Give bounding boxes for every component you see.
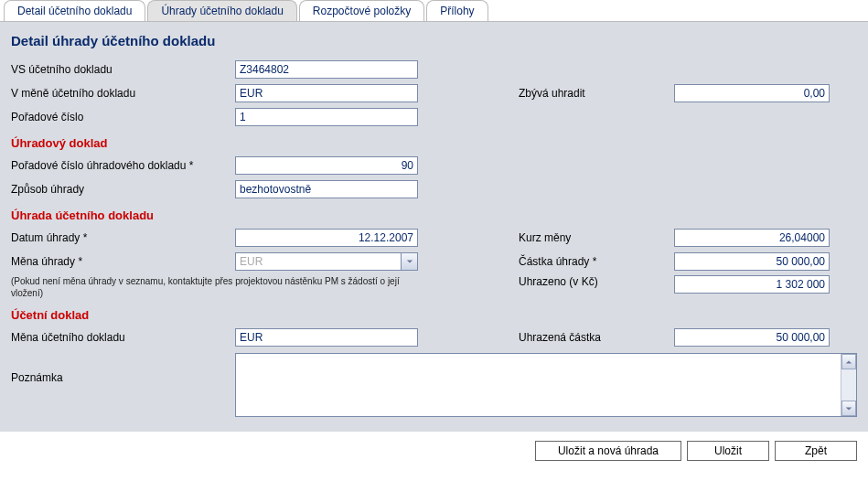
section-uhradovy: Úhradový doklad — [11, 136, 857, 150]
label-poradi: Pořadové číslo — [11, 111, 235, 123]
field-uhrazena: 50 000,00 — [674, 328, 830, 347]
chevron-down-icon[interactable] — [841, 401, 856, 416]
label-uhrazeno: Uhrazeno (v Kč) — [519, 275, 674, 288]
textarea-poznamka[interactable] — [236, 354, 840, 416]
label-poznamka: Poznámka — [11, 353, 235, 417]
field-poradi: 1 — [235, 108, 418, 126]
section-uhrada: Úhrada účetního dokladu — [11, 208, 857, 222]
scrollbar[interactable] — [841, 354, 856, 416]
select-mena-uhrady[interactable]: EUR — [235, 252, 418, 271]
label-zbyva: Zbývá uhradit — [519, 87, 674, 100]
section-ucetni: Účetní doklad — [11, 308, 857, 322]
field-mena-uc: EUR — [235, 328, 418, 347]
back-button[interactable]: Zpět — [775, 441, 857, 461]
label-mena-uc: Měna účetního dokladu — [11, 331, 235, 344]
chevron-down-icon[interactable] — [401, 253, 417, 270]
save-button[interactable]: Uložit — [687, 441, 769, 461]
select-value: EUR — [236, 255, 401, 268]
field-zpusob: bezhotovostně — [235, 180, 418, 198]
page-title: Detail úhrady účetního dokladu — [11, 33, 857, 48]
tabs: Detail účetního dokladu Úhrady účetního … — [0, 0, 868, 21]
input-poradi-uhrad[interactable] — [235, 156, 418, 175]
label-uhrazena: Uhrazená částka — [519, 331, 674, 344]
label-kurz: Kurz měny — [519, 231, 674, 244]
panel: Detail úhrady účetního dokladu VS účetní… — [0, 21, 868, 432]
label-mena-uhrady: Měna úhrady * — [11, 255, 235, 268]
tab-prilohy[interactable]: Přílohy — [426, 0, 488, 21]
chevron-up-icon[interactable] — [841, 354, 856, 369]
label-mena-dokladu: V měně účetního dokladu — [11, 87, 235, 100]
label-vs: VS účetního dokladu — [11, 63, 235, 76]
field-mena-dokladu: EUR — [235, 84, 418, 102]
input-datum[interactable] — [235, 229, 418, 247]
tab-detail[interactable]: Detail účetního dokladu — [4, 0, 145, 21]
save-new-button[interactable]: Uložit a nová úhrada — [535, 441, 681, 461]
button-bar: Uložit a nová úhrada Uložit Zpět — [0, 432, 868, 472]
label-castka: Částka úhrady * — [519, 255, 674, 268]
label-zpusob: Způsob úhrady — [11, 183, 235, 196]
tab-rozpoctove[interactable]: Rozpočtové položky — [299, 0, 424, 21]
textarea-wrapper — [235, 353, 857, 417]
field-zbyva: 0,00 — [674, 84, 830, 102]
tab-uhrady[interactable]: Úhrady účetního dokladu — [147, 0, 296, 21]
field-kurz: 26,04000 — [674, 229, 830, 247]
label-datum: Datum úhrady * — [11, 231, 235, 244]
note-mena: (Pokud není měna úhrady v seznamu, konta… — [11, 275, 404, 299]
field-vs: Z3464802 — [235, 60, 418, 79]
field-uhrazeno: 1 302 000 — [674, 275, 830, 294]
input-castka[interactable] — [674, 252, 830, 271]
label-poradi-uhrad: Pořadové číslo úhradového dokladu * — [11, 159, 235, 172]
